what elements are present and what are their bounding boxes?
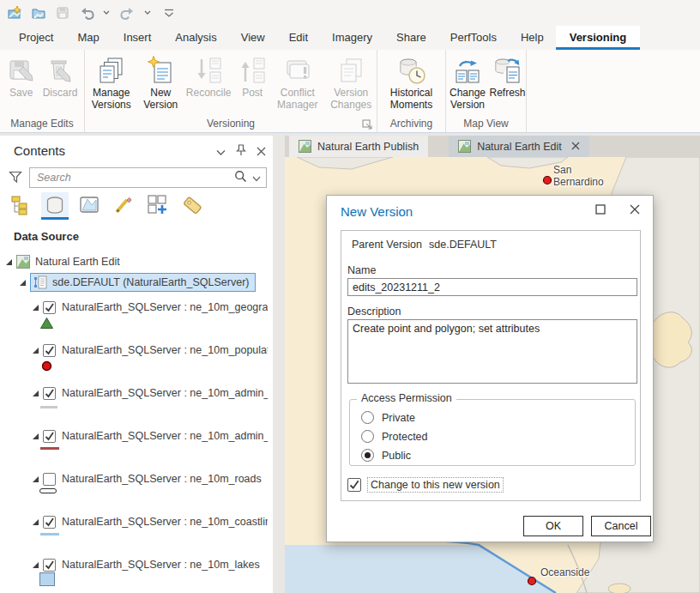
name-label: Name [347, 264, 376, 276]
layer-checkbox[interactable] [43, 387, 56, 400]
tab-project[interactable]: Project [7, 26, 65, 50]
ribbon: Save Discard Manage Edits Manage Version… [0, 50, 700, 133]
symbol-red-dot[interactable] [41, 360, 52, 375]
view-tab-natural-earth-edit[interactable]: Natural Earth Edit [449, 136, 589, 157]
maximize-icon[interactable] [594, 203, 606, 215]
symbol-gray-line[interactable] [40, 406, 57, 408]
change-to-new-version-checkbox[interactable]: Change to this new version [347, 477, 504, 493]
ribbon-tab-bar: Project Map Insert Analysis View Edit Im… [0, 26, 700, 50]
tab-share[interactable]: Share [384, 26, 438, 50]
close-view-tab-icon[interactable] [571, 141, 580, 153]
view-tab-natural-earth-publish[interactable]: Natural Earth Publish [289, 136, 428, 157]
name-field[interactable] [347, 278, 637, 296]
expander-icon [32, 433, 39, 440]
tab-versioning[interactable]: Versioning [556, 26, 640, 50]
layer-checkbox[interactable] [43, 473, 56, 486]
radio-private[interactable]: Private [361, 411, 415, 424]
filter-icon[interactable] [9, 171, 22, 187]
description-label: Description [347, 306, 401, 318]
open-project-icon[interactable] [31, 5, 46, 21]
cancel-button[interactable]: Cancel [591, 516, 651, 536]
tab-view[interactable]: View [229, 26, 277, 50]
manage-versions-icon [97, 56, 126, 85]
tab-analysis[interactable]: Analysis [163, 26, 228, 50]
ok-button[interactable]: OK [523, 516, 583, 536]
radio-public[interactable]: Public [361, 449, 411, 462]
checkbox-icon[interactable] [347, 478, 361, 492]
close-dialog-icon[interactable] [629, 203, 641, 215]
map-thumbnail-icon [458, 140, 471, 153]
contents-toolbar [7, 192, 206, 220]
description-field[interactable]: Create point and polygon; set attributes [347, 319, 637, 384]
tab-imagery[interactable]: Imagery [320, 26, 384, 50]
city-dot-oceanside [528, 578, 536, 585]
new-version-button[interactable]: New Version [139, 54, 182, 113]
versioning-dialog-launcher-icon[interactable] [362, 118, 373, 130]
search-placeholder: Search [30, 172, 234, 184]
layer-checkbox[interactable] [43, 516, 56, 529]
symbol-road-line[interactable] [39, 488, 57, 493]
search-icon[interactable] [234, 170, 247, 186]
tree-item-map[interactable]: Natural Earth Edit [0, 252, 268, 271]
pane-menu-chevron-icon[interactable] [216, 144, 226, 160]
list-by-snippet-icon[interactable] [75, 192, 103, 220]
historical-moments-button[interactable]: Historical Moments [382, 54, 442, 113]
layer-checkbox[interactable] [43, 301, 56, 314]
list-by-selection-icon[interactable] [144, 192, 172, 220]
customize-toolbar-icon[interactable] [161, 5, 177, 21]
redo-dropdown-icon[interactable] [144, 5, 153, 21]
manage-versions-button[interactable]: Manage Versions [85, 54, 137, 113]
tree-item-layer-geography[interactable]: NaturalEarth_SQLServer : ne_10m_geograph… [0, 298, 268, 317]
expander-icon [32, 561, 39, 569]
expander-icon [32, 518, 39, 526]
tree-item-layer-populated-places[interactable]: NaturalEarth_SQLServer : ne_10m_populate… [0, 341, 268, 360]
access-permission-legend: Access Permission [357, 392, 456, 404]
save-edits-icon [7, 56, 36, 85]
historical-moments-icon [397, 56, 426, 85]
undo-icon[interactable] [79, 5, 94, 21]
list-by-data-source-icon[interactable] [41, 192, 69, 220]
selected-row-highlight: sde.DEFAULT (NaturalEarth_SQLServer) [30, 273, 256, 292]
tree-item-layer-lakes[interactable]: NaturalEarth_SQLServer : ne_10m_lakes [0, 555, 268, 574]
pin-icon[interactable] [236, 144, 246, 160]
undo-dropdown-icon[interactable] [103, 5, 112, 21]
redo-icon[interactable] [120, 5, 136, 21]
new-project-icon[interactable] [7, 5, 22, 21]
layer-checkbox[interactable] [43, 559, 56, 572]
list-by-labeling-icon[interactable] [178, 192, 206, 220]
dialog-body: Parent Version sde.DEFAULT Name Descript… [341, 230, 641, 501]
tab-edit[interactable]: Edit [277, 26, 320, 50]
data-source-header: Data Source [14, 230, 79, 243]
symbol-green-triangle[interactable] [39, 317, 54, 333]
radio-button-icon[interactable] [361, 430, 374, 443]
radio-button-icon[interactable] [361, 411, 374, 424]
tab-perftools[interactable]: PerfTools [438, 26, 509, 50]
tab-map[interactable]: Map [65, 26, 111, 50]
search-dropdown-icon[interactable] [252, 170, 261, 185]
map-icon [16, 255, 30, 269]
symbol-dark-red-line[interactable] [40, 447, 59, 450]
tree-item-version[interactable]: sde.DEFAULT (NaturalEarth_SQLServer) [0, 273, 268, 292]
search-input[interactable]: Search [29, 167, 267, 188]
tree-item-layer-admin1[interactable]: NaturalEarth_SQLServer : ne_10m_admin_1_… [0, 384, 268, 402]
close-pane-icon[interactable] [256, 144, 266, 160]
list-by-editing-icon[interactable] [110, 192, 137, 220]
symbol-blue-line[interactable] [40, 533, 59, 536]
refresh-button[interactable]: Refresh [489, 54, 526, 101]
ribbon-group-versioning: Manage Versions New Version Reconcile Po… [85, 50, 377, 132]
post-button: Post [235, 54, 269, 101]
tree-item-layer-coastline[interactable]: NaturalEarth_SQLServer : ne_10m_coastlin… [0, 512, 268, 531]
tab-help[interactable]: Help [509, 26, 556, 50]
radio-protected[interactable]: Protected [361, 430, 428, 443]
tree-item-layer-admin0[interactable]: NaturalEarth_SQLServer : ne_10m_admin_0_… [0, 427, 268, 445]
layer-checkbox[interactable] [43, 430, 56, 443]
list-by-drawing-order-icon[interactable] [7, 192, 34, 220]
radio-button-icon[interactable] [361, 449, 374, 462]
change-version-button[interactable]: Change Version [446, 54, 489, 113]
tab-insert[interactable]: Insert [112, 26, 164, 50]
layer-checkbox[interactable] [43, 344, 56, 357]
discard-edits-button: Discard [40, 54, 81, 101]
contents-pane: Contents Search [0, 136, 273, 593]
symbol-lake-fill[interactable] [39, 572, 55, 586]
tree-item-layer-roads[interactable]: NaturalEarth_SQLServer : ne_10m_roads [0, 469, 268, 488]
